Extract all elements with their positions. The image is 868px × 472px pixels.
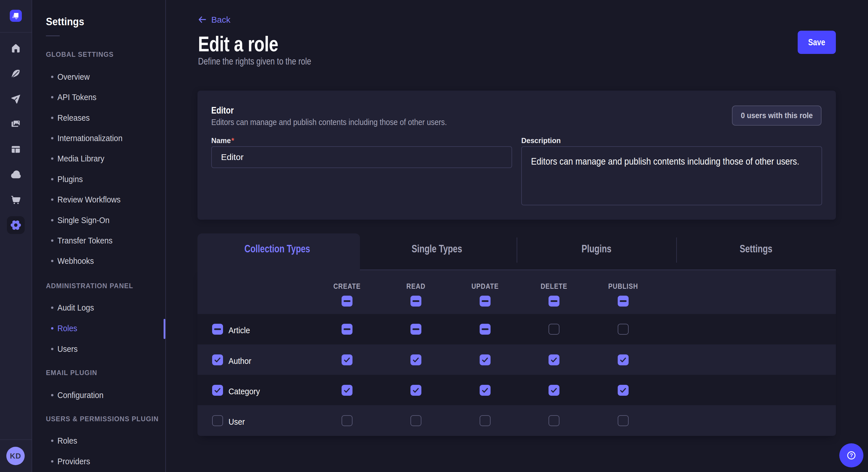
svg-text:?: ?: [849, 452, 853, 458]
